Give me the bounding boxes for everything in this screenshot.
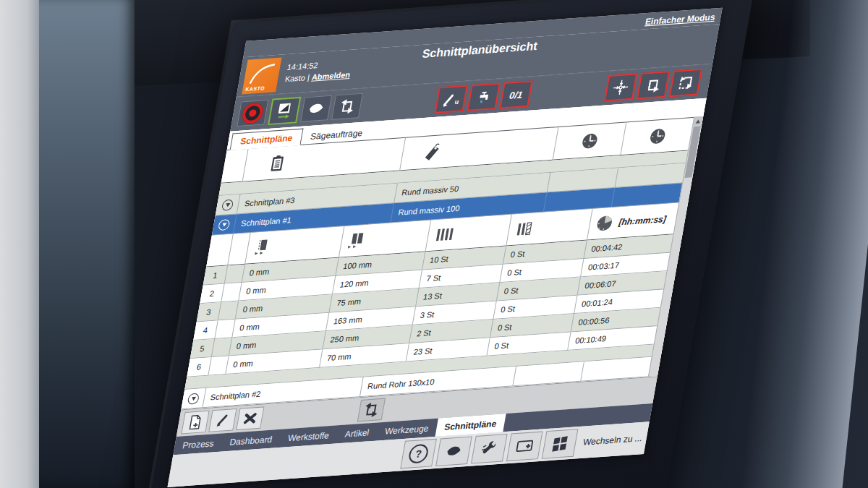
- pencil-icon: [215, 414, 230, 428]
- row-number: 2: [200, 284, 224, 303]
- quantity-icon: [433, 226, 456, 243]
- clock-icon: [579, 132, 600, 150]
- nav-item-prozess[interactable]: Prozess: [173, 433, 224, 455]
- duration-header-cell[interactable]: [hh:mm:ss]: [587, 203, 679, 240]
- done-quantity-icon: [514, 221, 535, 238]
- windows-logo-icon: [553, 436, 569, 451]
- help-icon: ?: [407, 444, 430, 464]
- saw-feed-icon: [275, 101, 294, 120]
- machine-frame-left: [0, 0, 39, 488]
- time-header-cell-1[interactable]: [553, 122, 627, 159]
- nav-item-artikel[interactable]: Artikel: [336, 422, 379, 443]
- delete-plan-button[interactable]: [236, 406, 264, 430]
- service-tools-icon: [480, 440, 500, 458]
- logout-link[interactable]: Abmelden: [311, 70, 351, 82]
- machine-frame-right: [741, 0, 868, 488]
- part-length-icon: [346, 231, 368, 251]
- time-format-label: [hh:mm:ss]: [618, 214, 667, 228]
- hmi-screen: Einfacher Modus KASTO 14:14:52 Kasto | A…: [167, 8, 722, 487]
- switch-to-label[interactable]: Wechseln zu ...: [582, 433, 643, 448]
- expand-icon[interactable]: [187, 393, 200, 404]
- content-area: Schnittpläne Sägeaufträge: [181, 98, 706, 410]
- scroll-up-arrow[interactable]: [693, 116, 703, 126]
- saw-feed-button[interactable]: [268, 97, 301, 125]
- laser-marker-button[interactable]: u: [434, 85, 467, 114]
- auto-cycle-button[interactable]: [637, 71, 670, 99]
- windows-button[interactable]: [542, 429, 579, 459]
- single-cycle-button[interactable]: [669, 69, 702, 97]
- coolant-faucet-icon: [475, 88, 493, 106]
- collapse-icon[interactable]: [218, 218, 231, 230]
- service-button[interactable]: [471, 434, 508, 464]
- duration-pie-clock-icon: [595, 214, 615, 233]
- done-quantity-header-cell[interactable]: [506, 209, 592, 245]
- marker-label: u: [454, 98, 459, 106]
- new-plan-button[interactable]: [181, 411, 209, 435]
- quantity-header-cell[interactable]: [426, 215, 512, 251]
- hand-icon: [306, 100, 326, 116]
- clamp-center-icon: [611, 78, 630, 97]
- toolbar-right-group: [604, 69, 706, 102]
- row-number: 4: [193, 320, 218, 339]
- delete-x-icon: [242, 411, 258, 426]
- trim-length-icon: [252, 237, 275, 257]
- cycle-mode-button[interactable]: [331, 93, 363, 120]
- cutting-plan-table: Schnittplan #3 Rund massiv 50 Schnittpla…: [181, 118, 694, 409]
- clock-icon: [647, 127, 668, 145]
- material-tag-icon: [422, 142, 444, 162]
- time-header-cell-2[interactable]: [621, 118, 694, 155]
- clipboard-icon: [268, 153, 286, 173]
- cycle-icon: [362, 401, 380, 419]
- separator: |: [307, 73, 310, 82]
- new-screen-button[interactable]: [506, 432, 543, 462]
- power-button[interactable]: 0/1: [499, 80, 532, 108]
- edit-plan-button[interactable]: [208, 408, 237, 432]
- clamp-center-button[interactable]: [604, 73, 637, 101]
- user-name: Kasto: [284, 73, 306, 83]
- machine-panel-left: [39, 0, 135, 488]
- single-cycle-icon: [676, 74, 695, 92]
- start-cycle-button[interactable]: [357, 398, 386, 422]
- emergency-stop-icon: [241, 102, 265, 124]
- coolant-button[interactable]: [467, 82, 500, 111]
- row-number: 5: [190, 339, 215, 358]
- toolbar-middle-group: u 0/1: [434, 80, 536, 114]
- new-document-icon: [187, 414, 203, 430]
- expand-icon[interactable]: [221, 199, 234, 210]
- hand-icon: [444, 443, 464, 459]
- help-button[interactable]: ?: [400, 439, 437, 469]
- monitor-bezel: Einfacher Modus KASTO 14:14:52 Kasto | A…: [136, 0, 754, 488]
- manual-mode-button[interactable]: [300, 95, 332, 122]
- part-length-header-cell[interactable]: [339, 221, 431, 257]
- cycle-icon: [338, 98, 357, 115]
- row-number: 1: [203, 265, 228, 284]
- auto-cycle-icon: [644, 77, 663, 94]
- monitor-plus-icon: [515, 438, 535, 454]
- power-label: 0/1: [509, 89, 524, 100]
- emergency-stop-button[interactable]: [237, 100, 268, 127]
- manual-button[interactable]: [435, 436, 472, 466]
